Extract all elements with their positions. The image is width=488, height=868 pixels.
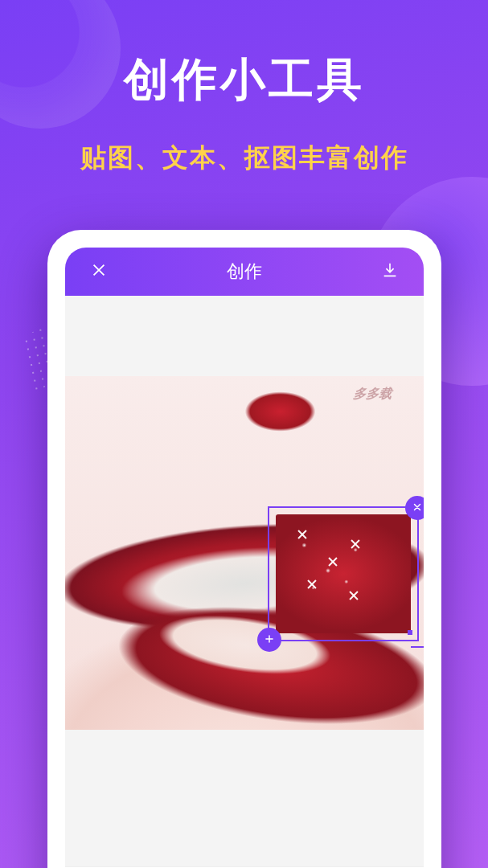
promo-headline: 创作小工具 <box>0 50 488 111</box>
close-icon <box>412 501 423 515</box>
close-icon <box>90 261 108 282</box>
sparkle-icon <box>327 556 338 567</box>
watermark-text: 多多载 <box>351 386 392 403</box>
sticker-delete-handle[interactable] <box>405 496 424 520</box>
sparkle-icon <box>348 590 359 601</box>
sticker-resize-handle[interactable] <box>411 633 424 648</box>
sparkle-icon <box>350 538 361 550</box>
sparkle-icon <box>306 579 318 590</box>
canvas-pad-bottom <box>65 730 424 866</box>
canvas-pad-top <box>65 296 424 376</box>
editor-header: 创作 <box>65 248 424 296</box>
editor-canvas[interactable]: 多多载 <box>65 296 424 866</box>
download-icon <box>381 261 399 282</box>
phone-screen: 创作 多多载 <box>65 248 424 868</box>
sparkle-icon <box>297 529 308 540</box>
download-button[interactable] <box>374 261 406 282</box>
sticker-selection[interactable] <box>268 506 419 641</box>
sticker-content[interactable] <box>276 514 411 633</box>
image-stage[interactable]: 多多载 <box>65 376 424 730</box>
promo-subhead: 贴图、文本、抠图丰富创作 <box>0 141 488 176</box>
phone-frame: 创作 多多载 <box>47 230 441 868</box>
close-button[interactable] <box>83 261 115 282</box>
sticker-add-handle[interactable] <box>257 628 281 652</box>
plus-icon <box>264 633 275 647</box>
editor-title: 创作 <box>227 260 262 284</box>
